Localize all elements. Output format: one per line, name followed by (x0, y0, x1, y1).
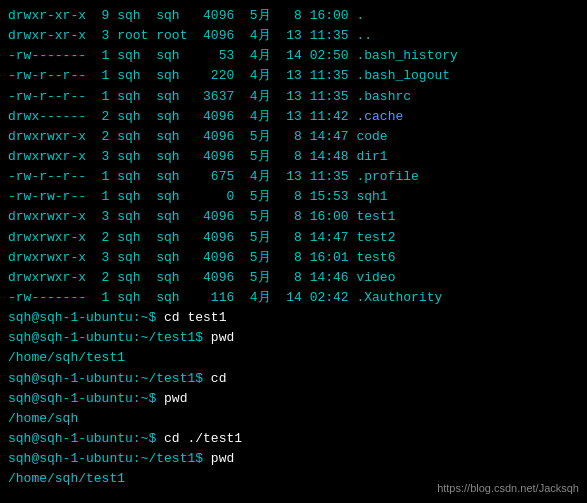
terminal-line: sqh@sqh-1-ubuntu:~/test1$ cd (8, 369, 579, 389)
terminal-line: drwxr-xr-x 3 root root 4096 4月 13 11:35 … (8, 26, 579, 46)
terminal-line: sqh@sqh-1-ubuntu:~/test1$ pwd (8, 328, 579, 348)
terminal-line: -rw------- 1 sqh sqh 116 4月 14 02:42 .Xa… (8, 288, 579, 308)
terminal-line: -rw-r--r-- 1 sqh sqh 220 4月 13 11:35 .ba… (8, 66, 579, 86)
terminal-line: sqh@sqh-1-ubuntu:~$ cd test1 (8, 308, 579, 328)
terminal-line: sqh@sqh-1-ubuntu:~/test1$ pwd (8, 449, 579, 469)
terminal-line: -rw------- 1 sqh sqh 53 4月 14 02:50 .bas… (8, 46, 579, 66)
terminal-line: sqh@sqh-1-ubuntu:~$ pwd (8, 389, 579, 409)
terminal-line: drwxrwxr-x 2 sqh sqh 4096 5月 8 14:47 tes… (8, 228, 579, 248)
terminal-line: -rw-r--r-- 1 sqh sqh 3637 4月 13 11:35 .b… (8, 87, 579, 107)
terminal-line: drwxrwxr-x 3 sqh sqh 4096 5月 8 16:00 tes… (8, 207, 579, 227)
terminal-line: drwxrwxr-x 3 sqh sqh 4096 5月 8 16:01 tes… (8, 248, 579, 268)
terminal-line: drwxrwxr-x 3 sqh sqh 4096 5月 8 14:48 dir… (8, 147, 579, 167)
terminal-line: drwxr-xr-x 9 sqh sqh 4096 5月 8 16:00 . (8, 6, 579, 26)
terminal-line: -rw-r--r-- 1 sqh sqh 675 4月 13 11:35 .pr… (8, 167, 579, 187)
terminal-line: drwx------ 2 sqh sqh 4096 4月 13 11:42 .c… (8, 107, 579, 127)
watermark: https://blog.csdn.net/Jacksqh (437, 480, 579, 497)
terminal-line: /home/sqh (8, 409, 579, 429)
terminal-line: drwxrwxr-x 2 sqh sqh 4096 5月 8 14:46 vid… (8, 268, 579, 288)
terminal: drwxr-xr-x 9 sqh sqh 4096 5月 8 16:00 .dr… (0, 0, 587, 503)
terminal-line: /home/sqh/test1 (8, 348, 579, 368)
terminal-line: drwxrwxr-x 2 sqh sqh 4096 5月 8 14:47 cod… (8, 127, 579, 147)
terminal-line: sqh@sqh-1-ubuntu:~$ cd ./test1 (8, 429, 579, 449)
terminal-line: -rw-rw-r-- 1 sqh sqh 0 5月 8 15:53 sqh1 (8, 187, 579, 207)
